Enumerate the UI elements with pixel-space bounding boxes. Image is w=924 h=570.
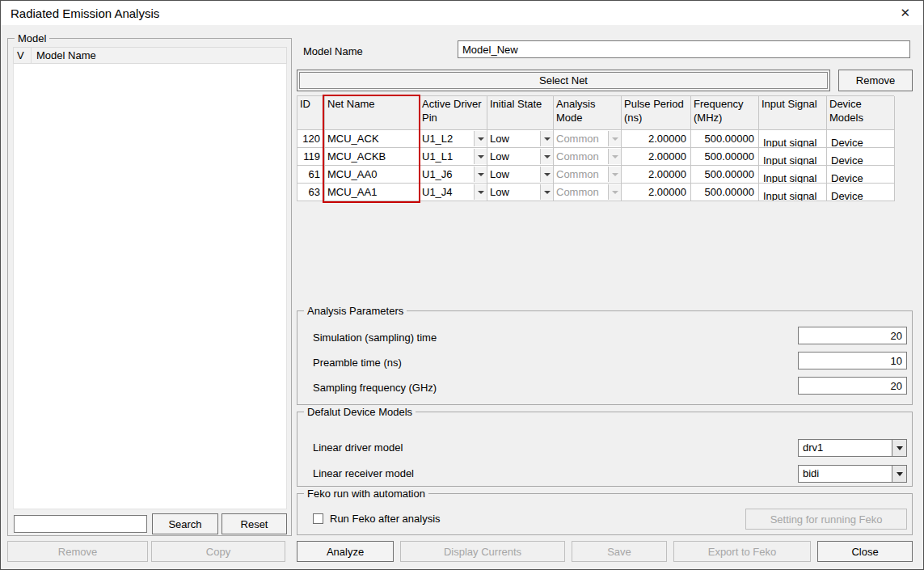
close-icon[interactable]: ✕ [900,6,910,20]
sampling-frequency-input[interactable] [798,377,907,395]
col-pulse-period: Pulse Period (ns) [622,96,691,130]
simulation-time-label: Simulation (sampling) time [313,331,437,344]
model-reset-button[interactable]: Reset [222,513,287,534]
cell-input-signal[interactable]: Input signal [759,130,827,148]
cell-pulse-period[interactable]: 2.00000 [622,166,691,184]
cell-initial-state-combo[interactable]: Low [487,184,554,201]
linear-receiver-model-combo[interactable]: bidi [798,465,907,483]
analysis-mode-value: Common [556,133,599,145]
net-table: ID Net Name Active Driver Pin Initial St… [297,95,894,201]
cell-driver-pin-combo[interactable]: U1_J6 [420,166,487,184]
chevron-down-icon[interactable] [540,184,553,200]
cell-device-models[interactable]: Device [827,184,895,201]
net-remove-button[interactable]: Remove [838,70,913,91]
cell-id: 61 [297,166,325,184]
model-name-input[interactable] [458,40,910,58]
initial-state-value: Low [490,168,509,180]
linear-driver-model-combo[interactable]: drv1 [798,439,907,457]
export-to-feko-button[interactable]: Export to Feko [673,541,811,562]
cell-pulse-period[interactable]: 2.00000 [622,148,691,166]
model-group: Model V Model Name Search Reset [7,38,292,536]
model-list-header-name: Model Name [32,48,286,63]
simulation-time-input[interactable] [798,327,907,344]
table-row: 63 MCU_AA1 U1_J4 Low Common 2.00000 500.… [297,184,894,201]
cell-analysis-mode-combo: Common [554,166,622,184]
chevron-down-icon[interactable] [474,184,487,200]
model-search-button[interactable]: Search [152,513,218,534]
chevron-down-icon[interactable] [540,167,553,182]
feko-group-label: Feko run with automation [304,488,428,500]
chevron-down-icon[interactable] [540,149,553,164]
cell-frequency[interactable]: 500.00000 [691,184,759,201]
cell-id: 63 [297,184,325,201]
initial-state-value: Low [490,133,509,145]
driver-pin-value: U1_J6 [422,168,453,180]
cell-analysis-mode-combo: Common [554,184,622,201]
linear-receiver-model-label: Linear receiver model [313,467,414,479]
cell-initial-state-combo[interactable]: Low [487,166,554,184]
analyze-button[interactable]: Analyze [297,541,394,562]
chevron-down-icon[interactable] [474,167,487,182]
preamble-time-input[interactable] [798,352,907,369]
model-search-input[interactable] [14,515,147,533]
chevron-down-icon [608,167,621,182]
display-currents-button[interactable]: Display Currents [400,541,565,562]
cell-device-models[interactable]: Device [827,166,895,184]
run-feko-label: Run Feko after analysis [330,513,441,525]
cell-pulse-period[interactable]: 2.00000 [622,184,691,201]
title-bar: Radiated Emission Analysis ✕ [1,1,923,25]
model-copy-button[interactable]: Copy [151,541,285,562]
chevron-down-icon[interactable] [474,149,487,164]
linear-driver-model-value: drv1 [803,441,823,454]
initial-state-value: Low [490,186,509,198]
default-device-models-group: Defalut Device Models Linear driver mode… [297,412,913,487]
window-title: Radiated Emission Analysis [11,6,159,20]
model-list[interactable] [13,64,287,509]
cell-input-signal[interactable]: Input signal [759,166,827,184]
close-button[interactable]: Close [817,541,913,562]
model-list-header-check: V [14,48,32,63]
cell-frequency[interactable]: 500.00000 [691,148,759,166]
chevron-down-icon[interactable] [540,131,553,146]
analysis-mode-value: Common [556,168,599,180]
col-frequency: Frequency (MHz) [691,96,759,130]
cell-input-signal[interactable]: Input signal [759,148,827,166]
feko-group: Feko run with automation Run Feko after … [297,493,913,535]
cell-driver-pin-combo[interactable]: U1_J4 [420,184,487,201]
model-list-header: V Model Name [13,47,287,64]
setting-running-feko-button[interactable]: Setting for running Feko [745,509,907,530]
model-name-label: Model Name [303,45,363,57]
initial-state-value: Low [490,150,509,163]
cell-initial-state-combo[interactable]: Low [487,148,554,166]
chevron-down-icon [608,149,621,164]
cell-frequency[interactable]: 500.00000 [691,166,759,184]
model-remove-button[interactable]: Remove [7,541,148,562]
cell-initial-state-combo[interactable]: Low [487,130,554,148]
dialog-radiated-emission-analysis: Radiated Emission Analysis ✕ Model V Mod… [0,0,924,570]
chevron-down-icon[interactable] [892,466,906,482]
cell-input-signal[interactable]: Input signal [759,184,827,201]
preamble-time-label: Preamble time (ns) [313,357,402,369]
net-table-header: ID Net Name Active Driver Pin Initial St… [297,96,894,130]
chevron-down-icon[interactable] [474,131,487,146]
table-row: 119 MCU_ACKB U1_L1 Low Common 2.00000 50… [297,148,894,166]
default-device-models-label: Defalut Device Models [304,406,416,418]
cell-device-models[interactable]: Device [827,130,895,148]
driver-pin-value: U1_J4 [422,186,453,198]
cell-net-name: MCU_AA1 [325,184,420,201]
analysis-mode-value: Common [556,186,599,198]
chevron-down-icon[interactable] [892,440,906,456]
cell-device-models[interactable]: Device [827,148,895,166]
cell-id: 120 [297,130,325,148]
save-button[interactable]: Save [572,541,667,562]
table-row: 120 MCU_ACK U1_L2 Low Common 2.00000 500… [297,130,894,148]
cell-frequency[interactable]: 500.00000 [691,130,759,148]
cell-driver-pin-combo[interactable]: U1_L2 [420,130,487,148]
run-feko-checkbox[interactable] [313,513,323,524]
cell-pulse-period[interactable]: 2.00000 [622,130,691,148]
cell-driver-pin-combo[interactable]: U1_L1 [420,148,487,166]
cell-net-name: MCU_AA0 [325,166,420,184]
select-net-button[interactable]: Select Net [297,70,830,91]
cell-id: 119 [297,148,325,166]
chevron-down-icon [608,184,621,200]
